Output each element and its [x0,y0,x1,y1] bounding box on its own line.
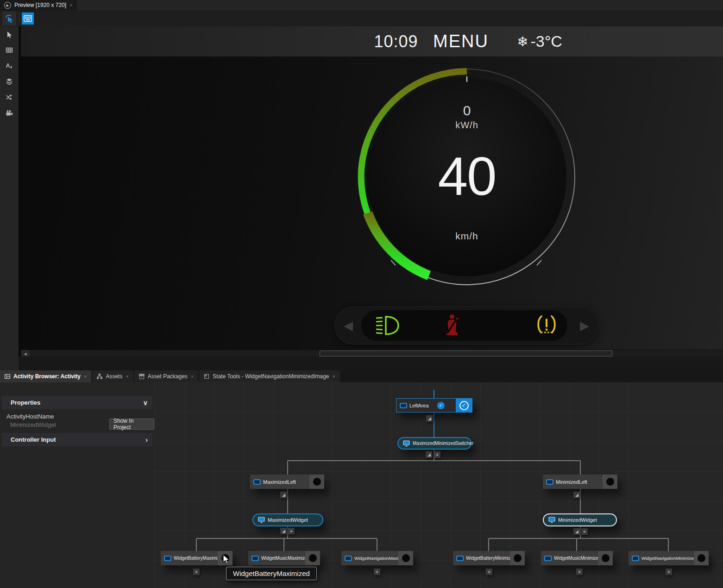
check-circle-icon[interactable]: ✓ [437,402,445,409]
state-dot[interactable] [402,554,410,562]
show-in-project-button[interactable]: Show In Project [109,419,154,430]
assets-icon [97,374,102,379]
node-label: MinimizedLeft [553,479,587,485]
state-dot[interactable] [313,478,321,486]
node-add-button[interactable]: + [374,569,380,575]
preview-toolbar [0,10,723,27]
scroll-left-button[interactable]: ◀ [21,350,29,357]
node-add-button[interactable]: + [581,528,588,535]
monitor-icon [548,517,555,523]
telltale-next-arrow[interactable]: ▶ [575,307,594,344]
node-expand-button[interactable] [280,492,287,498]
node-state-slot[interactable] [305,551,320,565]
close-icon[interactable]: × [69,2,72,8]
monitor-icon [258,517,265,523]
state-tools-icon [204,374,209,379]
controller-input-header[interactable]: Controller Input › [2,433,152,446]
node-add-button[interactable]: + [288,528,295,534]
node-widget-navigation-maximized[interactable]: WidgetNavigationMaximized [341,551,413,565]
node-state-slot[interactable] [510,551,525,565]
widget-node-icon [544,556,552,561]
node-expand-button[interactable] [280,528,287,534]
node-add-button[interactable]: + [486,569,492,575]
close-icon[interactable]: × [84,374,87,379]
node-state-slot[interactable] [309,475,324,489]
node-minimized-left[interactable]: MinimizedLeft [543,475,617,489]
node-active-toggle[interactable]: ✓ [456,399,472,412]
corner-triangle-icon [428,453,431,457]
text-tool-icon[interactable]: A [6,62,13,69]
state-dot[interactable] [606,478,614,486]
asset-packages-icon [139,374,145,379]
node-expand-button[interactable] [573,528,580,535]
node-state-slot[interactable] [694,551,709,565]
state-dot[interactable] [602,554,610,562]
node-widget-battery-minimized[interactable]: WidgetBatteryMinimized [453,551,525,565]
interaction-tool-button[interactable] [2,12,16,25]
tab-activity-browser[interactable]: Activity Browser: Activity × [0,370,91,382]
telltale-tray [361,310,567,341]
node-leftarea[interactable]: LeftArea ✓ ✓ [396,398,472,413]
widget-node-icon [164,556,171,561]
node-minimized-widget[interactable]: MinimizedWidget [543,513,617,526]
widget-node-icon [546,479,553,485]
node-state-slot[interactable] [603,475,617,489]
node-add-button[interactable]: + [434,451,440,458]
state-dot[interactable] [309,554,317,562]
properties-header[interactable]: Properties ∨ [2,396,152,409]
node-widget-music-minimized[interactable]: WidgetMusicMinimized [541,551,613,565]
keyboard-tool-button[interactable] [22,13,34,25]
state-dot[interactable] [698,554,705,562]
keyboard-icon [24,15,32,22]
widget-node-icon [345,556,352,561]
speed-gauge: 0 kW/h 40 km/h [356,66,578,288]
layers-tool-icon[interactable] [6,78,13,85]
snowflake-icon: ❄ [517,34,528,50]
node-label: MaximizedLeft [261,479,296,485]
tab-preview[interactable]: ▶ Preview [1920 x 720] × [0,0,77,10]
camera-tool-icon[interactable] [6,109,13,117]
state-flow-tool-icon[interactable] [6,94,13,101]
tab-assets[interactable]: Assets × [92,370,133,382]
widget-node-icon [251,556,259,561]
close-icon[interactable]: × [126,374,128,379]
chevron-down-icon: ∨ [143,399,148,407]
node-widget-music-maximized[interactable]: WidgetMusicMaximized [248,551,320,565]
close-icon[interactable]: × [333,374,335,379]
tab-state-tools[interactable]: State Tools - WidgetNavigationMinimizedI… [199,370,340,382]
telltale-prev-arrow[interactable]: ◀ [339,307,358,344]
node-label: WidgetMusicMinimized [552,556,598,561]
select-tool-icon[interactable] [6,31,13,38]
node-maximized-widget[interactable]: MaximizedWidget [252,513,323,526]
node-expand-button[interactable] [426,415,433,422]
close-icon[interactable]: × [191,374,194,379]
scrollbar-thumb[interactable] [320,350,612,357]
pointer-click-icon [5,14,14,23]
node-state-slot[interactable] [398,551,413,565]
power-value: 0 [356,103,578,119]
node-expand-button[interactable] [426,451,432,458]
node-maximized-left[interactable]: MaximizedLeft [250,475,324,489]
properties-title: Properties [11,399,40,406]
node-widget-navigation-minimized[interactable]: WidgetNavigationMinimized [629,551,709,565]
node-widget-battery-maximized[interactable]: WidgetBatteryMaximized [161,551,233,565]
speed-value: 40 [356,145,578,207]
node-add-button[interactable]: + [576,569,583,575]
node-expand-button[interactable] [573,492,580,498]
tab-asset-packages[interactable]: Asset Packages × [134,370,198,382]
cluster-preview-canvas[interactable]: 10:09 MENU ❄ -3°C [21,26,723,357]
cluster-clock: 10:09 [368,26,424,56]
tire-pressure-indicator-icon [534,315,559,336]
node-maximized-minimized-switcher[interactable]: MaximizedMinimizedSwitcher [397,437,472,450]
node-tooltip: WidgetBatteryMaximized [226,567,317,580]
preview-horizontal-scrollbar[interactable]: ◀ [21,350,723,357]
node-add-button[interactable]: + [666,569,672,575]
node-state-slot[interactable] [598,551,613,565]
activity-graph[interactable]: LeftArea ✓ ✓ MaximizedMinimizedSwitcher … [154,382,723,588]
bottom-tab-strip: Activity Browser: Activity × Assets × As… [0,370,723,382]
state-dot[interactable] [514,554,522,562]
cluster-status-bar: 10:09 MENU ❄ -3°C [21,26,723,56]
node-add-button[interactable]: + [193,569,200,575]
table-tool-icon[interactable] [6,46,13,54]
widget-node-icon [253,479,261,485]
